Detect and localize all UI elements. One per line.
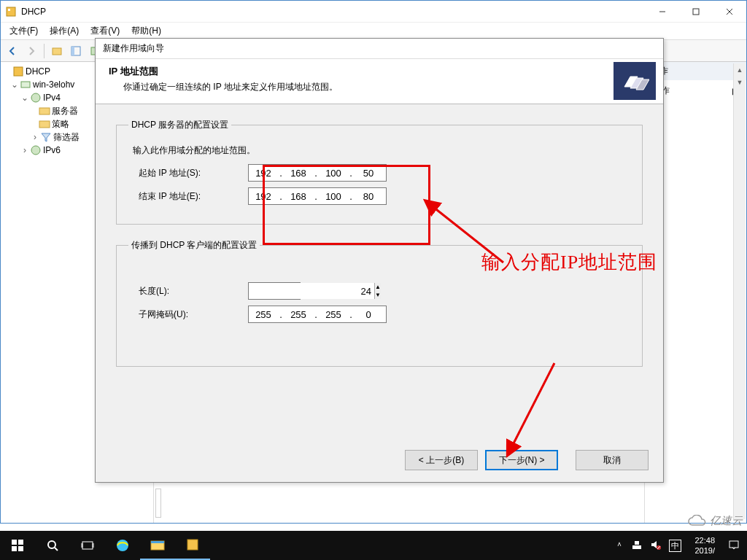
taskview-icon[interactable]	[70, 531, 105, 560]
legend-group1: DHCP 服务器的配置设置	[128, 119, 231, 131]
subnet-mask-input[interactable]: . . .	[248, 306, 387, 323]
tree-server[interactable]: win-3elohv	[33, 79, 74, 90]
end-ip-input[interactable]: . . .	[248, 187, 387, 205]
menu-help[interactable]: 帮助(H)	[125, 23, 167, 39]
hint-text: 输入此作用域分配的地址范围。	[133, 144, 630, 157]
menu-view[interactable]: 查看(V)	[85, 23, 125, 39]
ip-octet[interactable]	[354, 168, 383, 179]
spin-down-icon[interactable]: ▼	[375, 291, 381, 299]
svg-rect-16	[39, 121, 50, 128]
svg-point-14	[31, 93, 40, 102]
search-icon[interactable]	[35, 531, 70, 560]
tree-serveropt[interactable]: 服务器	[52, 105, 78, 117]
svg-rect-22	[12, 546, 17, 551]
explorer-icon[interactable]	[140, 531, 175, 560]
menu-action[interactable]: 操作(A)	[44, 23, 85, 39]
ip-octet[interactable]	[284, 309, 313, 320]
svg-rect-0	[7, 7, 15, 16]
twisty-icon[interactable]: ⌄	[9, 79, 20, 90]
svg-rect-31	[151, 541, 164, 543]
start-button[interactable]	[0, 531, 35, 560]
scroll-down-icon[interactable]: ▼	[734, 76, 746, 88]
ip-octet[interactable]	[249, 168, 278, 179]
svg-rect-20	[12, 540, 17, 545]
mask-label: 子网掩码(U):	[139, 308, 248, 321]
dhcp-task-icon[interactable]	[175, 531, 210, 560]
length-spin[interactable]: ▲▼	[248, 282, 301, 300]
ip-octet[interactable]	[284, 168, 313, 179]
tree-policy[interactable]: 策略	[52, 118, 69, 131]
toolbar-icon-2[interactable]	[67, 42, 85, 60]
ip-octet[interactable]	[319, 191, 348, 202]
menu-file[interactable]: 文件(F)	[4, 23, 44, 39]
svg-rect-6	[53, 48, 61, 55]
tree-root[interactable]: DHCP	[26, 66, 50, 77]
wizard-header: IP 地址范围 你通过确定一组连续的 IP 地址来定义作用域地址范围。	[96, 59, 663, 104]
twisty-icon[interactable]: ›	[30, 132, 40, 142]
scrollbar[interactable]: ▲ ▼	[733, 63, 746, 519]
svg-rect-28	[92, 543, 94, 548]
scroll-up-icon[interactable]: ▲	[734, 63, 746, 76]
watermark: 亿速云	[688, 514, 743, 528]
svg-rect-3	[693, 9, 699, 15]
twisty-icon[interactable]: ›	[20, 145, 30, 155]
next-button[interactable]: 下一步(N) >	[485, 450, 558, 470]
svg-rect-13	[21, 82, 30, 88]
start-ip-label: 起始 IP 地址(S):	[139, 167, 248, 179]
nav-fwd-button[interactable]	[23, 42, 40, 60]
svg-rect-27	[81, 543, 83, 548]
start-ip-input[interactable]: . . .	[248, 164, 387, 182]
svg-rect-23	[18, 546, 23, 551]
server-icon	[20, 79, 31, 90]
filter-icon	[40, 131, 52, 143]
folder-icon	[39, 118, 50, 130]
svg-rect-21	[18, 540, 23, 545]
svg-rect-33	[632, 545, 641, 549]
tree-ipv6[interactable]: IPv6	[43, 145, 61, 155]
ip-octet[interactable]	[354, 309, 383, 320]
length-input[interactable]	[249, 283, 374, 299]
svg-rect-8	[71, 47, 74, 55]
cancel-button[interactable]: 取消	[576, 450, 649, 470]
end-ip-label: 结束 IP 地址(E):	[139, 190, 248, 203]
toolbar-icon-1[interactable]	[48, 42, 66, 60]
annotation-text: 输入分配IP地址范围	[481, 249, 657, 275]
svg-point-29	[117, 540, 128, 551]
svg-rect-1	[8, 9, 10, 11]
notification-icon[interactable]	[728, 539, 740, 553]
twisty-icon[interactable]: ⌄	[20, 93, 30, 103]
close-button[interactable]	[713, 1, 746, 23]
ip-octet[interactable]	[354, 191, 383, 202]
ip-octet[interactable]	[319, 309, 348, 320]
length-label: 长度(L):	[139, 285, 248, 298]
svg-line-25	[55, 548, 58, 551]
back-button[interactable]: < 上一步(B)	[405, 450, 478, 470]
svg-rect-12	[14, 67, 23, 76]
ip-octet[interactable]	[249, 309, 278, 320]
tree-ipv4[interactable]: IPv4	[43, 93, 61, 103]
wizard-subheading: 你通过确定一组连续的 IP 地址来定义作用域地址范围。	[109, 78, 338, 93]
ime-icon[interactable]: 中	[669, 540, 681, 552]
ipv4-icon	[30, 92, 42, 104]
tray-chevron-icon[interactable]: ＾	[615, 540, 624, 552]
ip-octet[interactable]	[319, 168, 348, 179]
taskbar[interactable]: ＾ 中 22:48 2019/	[0, 531, 747, 560]
svg-rect-15	[39, 108, 50, 114]
wizard-title: 新建作用域向导	[96, 39, 663, 59]
svg-rect-26	[82, 542, 93, 549]
maximize-button[interactable]	[679, 1, 713, 23]
volume-icon[interactable]	[650, 539, 662, 553]
svg-rect-34	[635, 541, 639, 545]
network-icon[interactable]	[631, 539, 643, 553]
system-tray[interactable]: ＾ 中 22:48 2019/	[608, 535, 747, 556]
minimize-button[interactable]	[646, 1, 679, 23]
divider	[155, 489, 161, 518]
ie-icon[interactable]	[105, 531, 140, 560]
nav-back-button[interactable]	[4, 42, 21, 60]
spin-up-icon[interactable]: ▲	[375, 283, 381, 291]
ip-octet[interactable]	[249, 191, 278, 202]
tree-filter[interactable]: 筛选器	[53, 131, 80, 144]
ip-octet[interactable]	[284, 191, 313, 202]
clock-time[interactable]: 22:48	[694, 535, 715, 545]
clock-date[interactable]: 2019/	[694, 545, 715, 556]
